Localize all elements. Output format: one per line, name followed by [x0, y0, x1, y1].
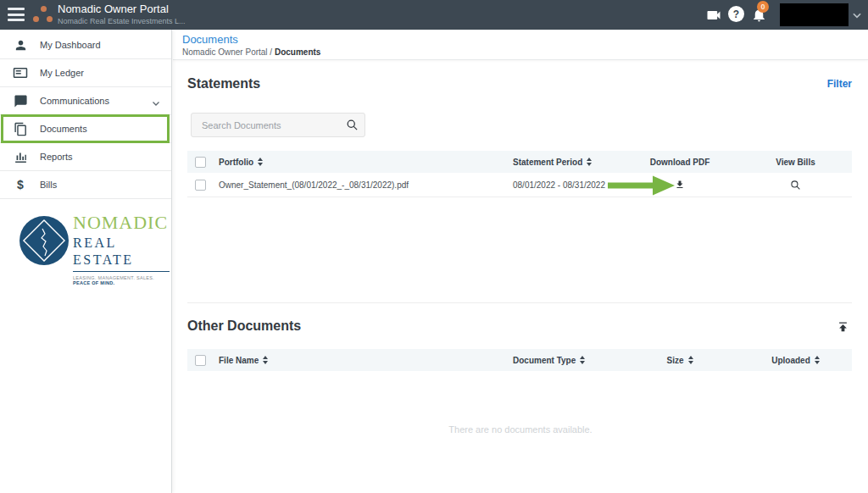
other-documents-heading: Other Documents	[187, 319, 301, 334]
account-chevron-down-icon[interactable]	[851, 9, 863, 21]
other-documents-table-header: File Name Document Type Size Uploaded	[187, 349, 852, 371]
sidebar-item-label: Communications	[40, 96, 109, 106]
user-account-redacted[interactable]	[780, 3, 849, 26]
select-all-checkbox[interactable]	[195, 157, 206, 168]
main-content: Documents Nomadic Owner Portal / Documen…	[173, 30, 868, 493]
section-divider	[187, 302, 852, 303]
other-documents-header-row: Other Documents	[187, 316, 852, 336]
top-bar: Nomadic Owner Portal Nomadic Real Estate…	[0, 0, 868, 30]
sidebar-nav: My Dashboard My Ledger Communications Do…	[0, 30, 172, 493]
sidebar-item-reports[interactable]: Reports	[0, 143, 171, 171]
dollar-icon: $	[12, 176, 29, 193]
statements-table: Portfolio Statement Period Download PDF …	[187, 151, 852, 197]
ledger-icon	[12, 64, 29, 81]
brand-name-line1: NOMADIC	[73, 213, 170, 233]
column-header-document-type[interactable]: Document Type	[513, 356, 620, 365]
column-header-portfolio[interactable]: Portfolio	[219, 158, 513, 167]
page-title: Documents	[182, 33, 868, 47]
statements-table-header: Portfolio Statement Period Download PDF …	[187, 151, 852, 173]
video-call-icon[interactable]	[705, 7, 722, 24]
column-header-size[interactable]: Size	[620, 356, 739, 365]
portal-subtitle: Nomadic Real Estate Investments L...	[58, 16, 186, 26]
column-label: Portfolio	[219, 158, 253, 167]
nomadic-brand-logo: NOMADIC REAL ESTATE LEASING. MANAGEMENT.…	[17, 211, 170, 296]
view-bills-icon[interactable]	[787, 175, 805, 194]
column-header-uploaded[interactable]: Uploaded	[739, 356, 852, 365]
sidebar-item-label: Documents	[40, 124, 87, 134]
sidebar-item-bills[interactable]: $ Bills	[0, 171, 171, 199]
statement-table-row: Owner_Statement_(08/01/2022_-_08/31/2022…	[187, 173, 852, 197]
hamburger-menu-icon[interactable]	[8, 8, 25, 21]
notification-count-badge: 0	[757, 1, 769, 13]
sidebar-item-my-dashboard[interactable]: My Dashboard	[0, 31, 171, 59]
column-label: Download PDF	[650, 158, 710, 167]
documents-icon	[12, 120, 29, 137]
sidebar-item-communications[interactable]: Communications	[0, 87, 171, 115]
sidebar-item-documents[interactable]: Documents	[0, 115, 171, 143]
sort-icon[interactable]	[258, 158, 263, 166]
column-label: View Bills	[776, 158, 815, 167]
breadcrumb-path: Nomadic Owner Portal / Documents	[182, 47, 868, 58]
column-header-download-pdf: Download PDF	[620, 158, 739, 167]
sort-icon[interactable]	[263, 356, 268, 364]
column-header-file-name[interactable]: File Name	[219, 356, 513, 365]
brand-compass-icon	[19, 215, 70, 269]
sort-icon[interactable]	[580, 356, 585, 364]
sidebar-item-label: My Dashboard	[40, 40, 101, 50]
bar-chart-icon	[12, 148, 29, 165]
sort-icon[interactable]	[587, 158, 592, 166]
sidebar-item-label: My Ledger	[40, 68, 84, 78]
chat-icon	[12, 92, 29, 109]
brand-tagline-bold: PEACE OF MIND.	[73, 280, 114, 285]
dollar-glyph: $	[17, 178, 24, 191]
statement-file-name: Owner_Statement_(08/01/2022_-_08/31/2022…	[219, 180, 513, 190]
upload-icon[interactable]	[833, 317, 852, 335]
help-icon[interactable]: ?	[728, 6, 744, 22]
statements-heading: Statements	[187, 76, 260, 91]
sort-icon[interactable]	[688, 356, 693, 364]
search-input[interactable]	[192, 120, 339, 130]
search-icon[interactable]	[339, 114, 364, 136]
breadcrumb-current: Documents	[275, 47, 320, 57]
other-documents-table: File Name Document Type Size Uploaded	[187, 349, 852, 371]
breadcrumb-link-portal[interactable]: Nomadic Owner Portal /	[182, 47, 275, 57]
brand-tagline: LEASING. MANAGEMENT. SALES. PEACE OF MIN…	[73, 275, 170, 285]
empty-state-message: There are no documents available.	[173, 424, 868, 435]
brand-name-line2: REAL ESTATE	[73, 235, 170, 272]
column-header-statement-period[interactable]: Statement Period	[513, 158, 620, 167]
download-pdf-icon[interactable]	[670, 175, 689, 194]
column-label: Uploaded	[771, 356, 810, 365]
breadcrumb: Documents Nomadic Owner Portal / Documen…	[173, 30, 868, 60]
statements-header-row: Statements Filter	[187, 74, 852, 94]
chevron-down-icon	[151, 97, 161, 107]
row-checkbox[interactable]	[195, 180, 206, 191]
column-label: Size	[666, 356, 683, 365]
help-glyph: ?	[733, 8, 739, 20]
sort-icon[interactable]	[815, 356, 820, 364]
portal-title-block: Nomadic Owner Portal Nomadic Real Estate…	[58, 3, 186, 26]
column-header-view-bills: View Bills	[739, 158, 852, 167]
portal-title: Nomadic Owner Portal	[58, 3, 186, 16]
brand-wordmark: NOMADIC REAL ESTATE LEASING. MANAGEMENT.…	[73, 213, 170, 285]
column-label: Statement Period	[513, 158, 582, 167]
owner-portal-app: { "topbar": { "title": "Nomadic Owner Po…	[0, 0, 868, 493]
filter-link[interactable]: Filter	[827, 78, 852, 90]
person-icon	[12, 36, 29, 53]
sidebar-item-label: Bills	[40, 180, 57, 190]
portal-dots-logo-icon	[32, 5, 54, 25]
sidebar-item-my-ledger[interactable]: My Ledger	[0, 59, 171, 87]
column-label: Document Type	[513, 356, 576, 365]
statement-period: 08/01/2022 - 08/31/2022	[513, 180, 620, 190]
search-documents-box	[191, 113, 365, 137]
select-all-checkbox[interactable]	[195, 355, 206, 366]
sidebar-item-label: Reports	[40, 152, 73, 162]
column-label: File Name	[219, 356, 259, 365]
